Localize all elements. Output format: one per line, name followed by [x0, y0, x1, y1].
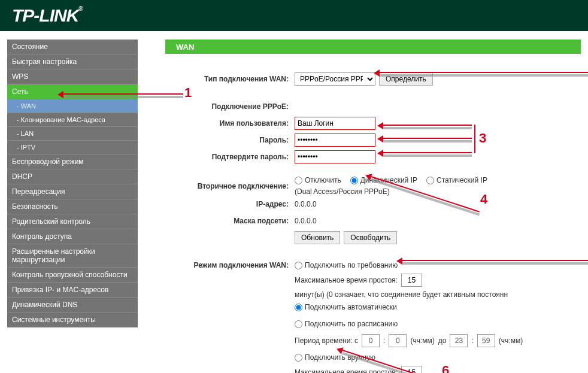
idle-time-input-2[interactable] — [401, 366, 422, 373]
mode-auto-option[interactable]: Подключить автоматически — [295, 303, 397, 311]
app-header: TP-LINK® — [0, 0, 588, 31]
confirm-password-input[interactable] — [295, 150, 375, 163]
sec-static-option[interactable]: Статический IP — [426, 176, 487, 184]
renew-button[interactable]: Обновить — [295, 231, 340, 244]
sidebar-item-6[interactable]: - LAN — [7, 127, 138, 141]
sidebar-item-3[interactable]: Сеть — [7, 84, 138, 99]
wan-type-select[interactable]: PPPoE/Россия PPPoE — [295, 72, 375, 86]
period-from-h[interactable] — [362, 334, 380, 347]
period-from-m[interactable] — [389, 334, 407, 347]
username-input[interactable] — [295, 117, 375, 130]
sidebar: СостояниеБыстрая настройкаWPSСеть- WAN- … — [7, 40, 138, 373]
sidebar-item-13[interactable]: Контроль доступа — [7, 229, 138, 244]
pppoe-header-label: Подключение PPPoE: — [165, 102, 295, 111]
page-title: WAN — [165, 40, 581, 54]
sidebar-item-9[interactable]: DHCP — [7, 169, 138, 184]
sidebar-item-7[interactable]: - IPTV — [7, 141, 138, 154]
sidebar-item-11[interactable]: Безопасность — [7, 199, 138, 214]
sidebar-item-8[interactable]: Беспроводной режим — [7, 154, 138, 169]
detect-button[interactable]: Определить — [379, 72, 433, 86]
release-button[interactable]: Освободить — [344, 231, 397, 244]
sidebar-item-5[interactable]: - Клонирование MAC-адреса — [7, 113, 138, 127]
idle-label: Максимальное время простоя: — [295, 276, 398, 284]
sidebar-item-16[interactable]: Привязка IP- и MAC-адресов — [7, 283, 138, 298]
brand-logo: TP-LINK® — [12, 5, 83, 26]
mask-label: Маска подсети: — [165, 217, 295, 225]
confirm-password-label: Подтвердите пароль: — [165, 153, 295, 161]
period-to-h[interactable] — [450, 334, 468, 347]
sec-dynip-option[interactable]: Динамический IP — [350, 176, 417, 184]
idle-unit: минут(ы) (0 означает, что соединение буд… — [295, 290, 508, 299]
mask-value: 0.0.0.0 — [295, 217, 317, 225]
sec-disable-option[interactable]: Отключить — [295, 176, 341, 184]
username-label: Имя пользователя: — [165, 119, 295, 128]
password-label: Пароль: — [165, 136, 295, 144]
password-input[interactable] — [295, 134, 375, 147]
mode-manual-option[interactable]: Подключить вручную — [295, 353, 375, 362]
idle-label-2: Максимальное время простоя: — [295, 368, 398, 373]
sidebar-item-1[interactable]: Быстрая настройка — [7, 54, 138, 69]
sidebar-item-14[interactable]: Расширенные настройки маршрутизации — [7, 244, 138, 268]
wan-type-label: Тип подключения WAN: — [165, 75, 295, 83]
ip-value: 0.0.0.0 — [295, 200, 317, 208]
idle-time-input[interactable] — [401, 274, 422, 287]
period-label: Период времени: с — [295, 336, 358, 345]
sidebar-item-12[interactable]: Родительский контроль — [7, 214, 138, 229]
sidebar-item-4[interactable]: - WAN — [7, 99, 138, 113]
ip-label: IP-адрес: — [165, 200, 295, 208]
sidebar-item-15[interactable]: Контроль пропускной способности — [7, 268, 138, 283]
sidebar-item-10[interactable]: Переадресация — [7, 184, 138, 199]
sidebar-item-0[interactable]: Состояние — [7, 40, 138, 54]
mode-on-demand-option[interactable]: Подключить по требованию — [295, 261, 398, 269]
secondary-conn-label: Вторичное подключение: — [165, 182, 295, 190]
sidebar-item-18[interactable]: Системные инструменты — [7, 313, 138, 327]
period-to-m[interactable] — [477, 334, 495, 347]
mode-schedule-option[interactable]: Подключить по расписанию — [295, 320, 398, 328]
sec-hint: (Dual Access/Россия PPPoE) — [295, 187, 390, 196]
main-content: WAN Тип подключения WAN: PPPoE/Россия PP… — [165, 40, 581, 373]
sidebar-item-2[interactable]: WPS — [7, 69, 138, 84]
sidebar-item-17[interactable]: Динамический DNS — [7, 298, 138, 313]
wan-mode-label: Режим подключения WAN: — [165, 261, 295, 269]
